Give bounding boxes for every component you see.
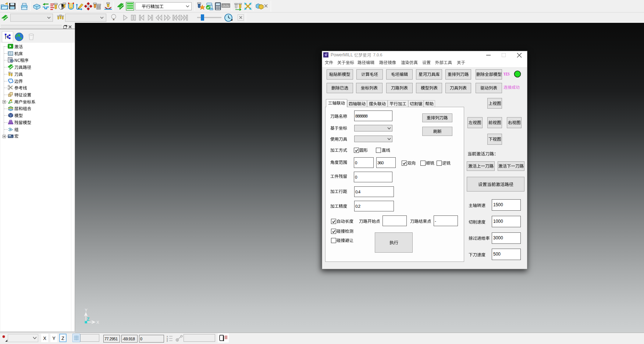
- svg-text:X: X: [96, 320, 99, 324]
- svg-text:Z: Z: [87, 317, 89, 322]
- svg-text:z: z: [167, 340, 168, 342]
- svg-text:YES: YES: [504, 71, 510, 77]
- svg-text:Y: Y: [85, 308, 88, 312]
